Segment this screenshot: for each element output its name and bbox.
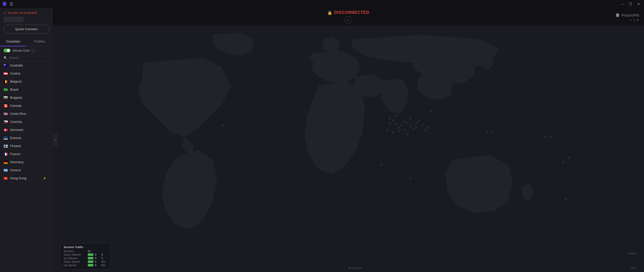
zoom-in-button[interactable]: + [637,18,639,22]
protonvpn-name: ProtonVPN [621,13,639,17]
close-button[interactable]: ✕ [635,1,642,7]
country-name: Finland [10,144,47,148]
country-row[interactable]: 🇫🇷France⌄ [0,150,53,158]
tab-countries[interactable]: Countries [0,37,26,46]
country-name: Denmark [10,128,47,132]
zoom-out-button[interactable]: − [630,18,632,22]
secure-core-row: Secure Core i [0,47,53,54]
chevron-down-icon: ⌄ [47,96,49,99]
country-name: Hong Kong [10,176,43,180]
up-volume-row: Up Volume: 0 B [64,257,107,260]
titlebar-left: ☰ [2,1,13,7]
chevron-down-icon: ⌄ [47,160,49,164]
down-speed-value: 0 [95,260,100,263]
secure-core-info-icon[interactable]: i [31,49,35,52]
chevron-down-icon: ⌄ [47,128,49,131]
country-name: Austria [10,72,47,75]
country-flag: 🇧🇬 [3,96,8,99]
up-volume-value: 0 [95,257,100,260]
chevron-down-icon: ⌄ [47,80,49,83]
country-row[interactable]: 🇧🇷Brazil⌄ [0,86,53,94]
up-volume-bar [88,257,93,259]
map-area: 🔒 DISCONNECTED ⌂ ProtonVPN − | + ‹ [53,8,644,272]
country-name: Australia [10,63,47,67]
session-traffic-panel: Session Traffic Session: 0s Down Volume:… [60,243,111,269]
tab-profiles[interactable]: Profiles [26,37,53,46]
menu-icon[interactable]: ☰ [10,2,13,7]
chevron-down-icon: ⌄ [47,88,49,91]
chevron-down-icon: ⌄ [47,120,49,123]
lock-icon: 🔒 [327,10,333,15]
disconnected-badge: 🔒 DISCONNECTED ⌂ [327,10,369,24]
titlebar-controls: ─ ❐ ✕ [619,1,642,7]
home-icon[interactable]: ⌂ [345,16,352,24]
country-flag: 🇦🇹 [3,72,8,75]
chevron-down-icon: ⌄ [47,104,49,107]
down-speed-unit: B/s [101,260,105,263]
country-name: Belgium [10,80,47,83]
sidebar-toggle-button[interactable]: ‹ [53,134,58,146]
down-speed-bar [88,260,93,263]
country-row[interactable]: 🇬🇷Greece⌄ [0,166,53,174]
country-name: Brazil [10,88,47,91]
chevron-down-icon: ⌄ [47,72,49,75]
secure-core-toggle[interactable] [4,49,11,52]
country-row[interactable]: 🇨🇷Costa Rica⌄ [0,110,53,118]
country-flag: 🇫🇮 [3,144,8,148]
country-flag: 🇬🇷 [3,168,8,172]
chevron-down-icon: ⌄ [47,168,49,172]
protonvpn-icon [615,13,620,18]
up-speed-bar [88,264,93,266]
up-speed-row: Up Speed: 0 B/s [64,264,107,267]
down-volume-value: 0 [95,253,100,256]
country-row[interactable]: 🇦🇹Austria⌄ [0,70,53,78]
chevron-down-icon: ⌄ [47,64,49,67]
country-row[interactable]: 🇪🇪Estonia⌄ [0,134,53,142]
country-flag: 🇨🇷 [3,112,8,116]
country-name: Czechia [10,120,47,124]
chevron-down-icon: ⌄ [47,144,49,148]
country-name: Estonia [10,136,47,140]
zoom-level: | [633,18,636,22]
country-name: France [10,152,47,156]
country-row[interactable]: 🇧🇪Belgium⌄ [0,78,53,86]
world-map [58,26,644,257]
country-name: Germany [10,160,47,164]
session-row: Session: 0s [64,250,107,253]
up-volume-label: Up Volume: [64,257,86,260]
minimize-button[interactable]: ─ [619,1,626,7]
country-row[interactable]: 🇨🇦Canada⌄ [0,102,53,110]
warning-icon: ⚠ [4,11,6,15]
country-name: Greece [10,168,47,172]
restore-button[interactable]: ❐ [627,1,634,7]
country-name: Costa Rica [10,112,47,116]
warning-text: You are not protected! [8,11,37,15]
down-volume-row: Down Volume: 0 B [64,253,107,256]
disconnected-label: 🔒 DISCONNECTED [327,10,369,15]
chevron-down-icon: ⌄ [47,152,49,156]
special-icon: ⚡ [43,177,46,180]
titlebar: ☰ ─ ❐ ✕ [0,0,644,8]
chevron-down-icon: ⌄ [47,112,49,115]
country-name: Canada [10,104,47,108]
zoom-controls: − | + [630,18,639,22]
country-flag: 🇨🇿 [3,120,8,124]
down-volume-unit: B [101,253,103,256]
country-row[interactable]: 🇦🇺Australia⌄ [0,61,53,70]
chevron-down-icon: ⌄ [47,177,49,180]
up-speed-unit: B/s [101,264,105,267]
country-row[interactable]: 🇩🇪Germany⌄ [0,158,53,166]
user-badge [4,17,24,22]
session-label: Session: [64,250,86,253]
search-input[interactable] [9,56,51,60]
country-row[interactable]: 🇧🇬Bulgaria⌄ [0,94,53,102]
warning-bar: ⚠ You are not protected! [4,11,49,15]
country-row[interactable]: 🇩🇰Denmark⌄ [0,126,53,134]
country-row[interactable]: 🇫🇮Finland⌄ [0,142,53,150]
country-row[interactable]: 🇭🇰Hong Kong⚡⌄ [0,174,53,182]
protonvpn-logo: ProtonVPN [615,13,639,18]
time-chart-label: 60 Seconds [348,267,362,269]
quick-connect-button[interactable]: Quick Connect [4,25,49,33]
country-flag: 🇧🇷 [3,88,8,91]
country-row[interactable]: 🇨🇿Czechia⌄ [0,118,53,126]
